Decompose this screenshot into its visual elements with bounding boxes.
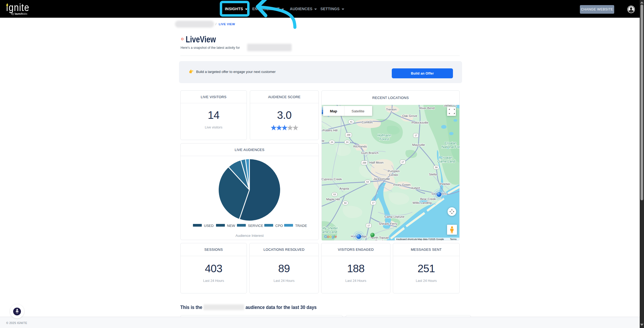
svg-text:Sneads Ferry: Sneads Ferry <box>379 222 397 225</box>
svg-text:17: 17 <box>401 161 404 163</box>
svg-text:17: 17 <box>372 201 375 204</box>
svg-text:NEW: NEW <box>227 224 235 228</box>
svg-text:James Ci: James Ci <box>444 105 456 107</box>
svg-text:17: 17 <box>367 224 370 227</box>
svg-text:SERVICE: SERVICE <box>248 224 263 228</box>
svg-text:258: 258 <box>363 161 366 164</box>
svg-text:Cypress Creek: Cypress Creek <box>322 178 342 181</box>
svg-text:Croatan: Croatan <box>440 156 452 160</box>
svg-text:53: 53 <box>366 180 369 183</box>
svg-text:Croatan: Croatan <box>445 141 457 145</box>
svg-text:Richlands: Richlands <box>353 145 367 148</box>
svg-text:Stella: Stella <box>429 173 437 176</box>
svg-text:olly Shelter: olly Shelter <box>322 226 338 230</box>
svg-text:41: 41 <box>350 120 353 123</box>
svg-text:50: 50 <box>344 202 347 204</box>
svg-text:g: g <box>332 234 334 239</box>
svg-text:Map data ©2025 Google: Map data ©2025 Google <box>418 238 444 241</box>
svg-text:Game Land: Game Land <box>437 160 455 163</box>
svg-text:Comfort: Comfort <box>362 121 373 124</box>
svg-text:ille: ille <box>322 139 324 142</box>
svg-text:Forest: Forest <box>379 137 389 141</box>
svg-text:24: 24 <box>346 141 349 143</box>
svg-text:River Bend: River Bend <box>419 106 435 110</box>
svg-text:o: o <box>327 234 329 239</box>
svg-text:Audience Interest: Audience Interest <box>235 234 264 238</box>
svg-text:CPO: CPO <box>275 224 283 228</box>
svg-text:Trenton: Trenton <box>386 108 396 111</box>
svg-text:Half Moon: Half Moon <box>369 161 383 164</box>
svg-text:258: 258 <box>347 134 350 136</box>
svg-text:o: o <box>330 234 332 239</box>
svg-text:24: 24 <box>331 141 333 143</box>
svg-text:53: 53 <box>333 193 336 196</box>
svg-text:Bear Creek: Bear Creek <box>420 197 436 201</box>
svg-text:G: G <box>324 234 327 239</box>
svg-text:l: l <box>334 234 335 239</box>
svg-text:Potters Hill: Potters Hill <box>323 129 338 132</box>
svg-text:Maple Hill: Maple Hill <box>326 198 340 201</box>
svg-text:Satellite: Satellite <box>352 109 364 113</box>
svg-text:Piney Green: Piney Green <box>393 183 411 186</box>
svg-text:Keyboard shortcuts: Keyboard shortcuts <box>396 238 417 241</box>
svg-text:Oak Grove: Oak Grove <box>402 114 417 117</box>
svg-text:Gum Branch: Gum Branch <box>361 151 379 154</box>
svg-text:Beach: Beach <box>375 239 384 240</box>
svg-text:17: 17 <box>415 134 417 137</box>
svg-text:USED: USED <box>204 224 214 228</box>
svg-text:Map: Map <box>330 109 337 113</box>
svg-text:Pumpkin: Pumpkin <box>388 169 400 173</box>
svg-text:Angola: Angola <box>339 187 349 190</box>
svg-text:TRADE: TRADE <box>295 224 307 228</box>
svg-text:Hubert: Hubert <box>411 186 420 190</box>
svg-text:Camp Lejeune: Camp Lejeune <box>385 215 405 218</box>
svg-text:Hofmann: Hofmann <box>378 134 391 137</box>
svg-text:Willis Landing: Willis Landing <box>413 201 432 204</box>
svg-text:Center: Center <box>389 173 398 176</box>
svg-text:Jacksonville: Jacksonville <box>373 177 390 180</box>
svg-text:Pollocksville: Pollocksville <box>412 121 429 124</box>
svg-text:Peletier: Peletier <box>440 182 451 186</box>
svg-text:National Fore: National Fore <box>441 145 459 149</box>
svg-text:Maysville: Maysville <box>412 143 425 146</box>
svg-text:58: 58 <box>435 166 438 169</box>
svg-text:ame Land: ame Land <box>322 230 337 234</box>
svg-text:e: e <box>335 234 337 239</box>
svg-text:Terms: Terms <box>450 238 457 241</box>
